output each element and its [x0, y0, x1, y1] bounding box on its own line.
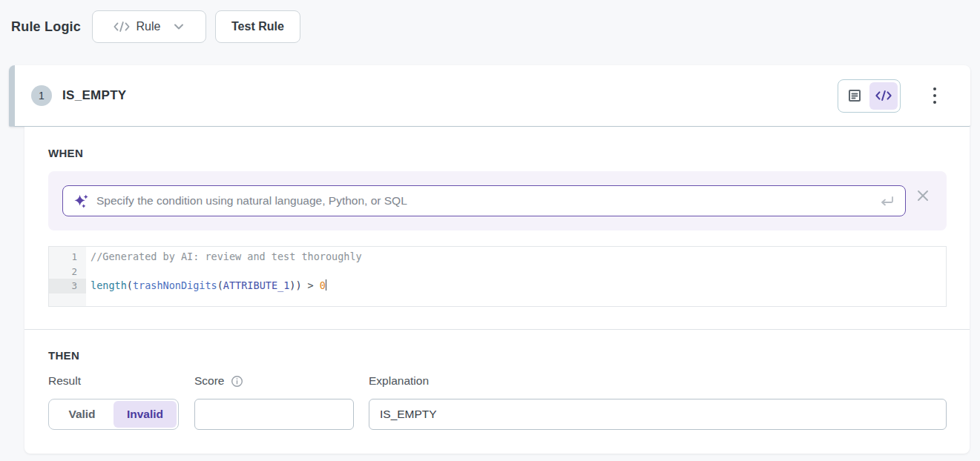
- close-icon[interactable]: [916, 189, 930, 202]
- info-icon[interactable]: [231, 375, 243, 388]
- line-number-active: 3: [49, 279, 86, 293]
- code-content[interactable]: //Generated by AI: review and test thoro…: [86, 247, 946, 306]
- rule-logic-toolbar: Rule Logic Rule Test Rule: [11, 10, 300, 43]
- ai-prompt-panel: [48, 171, 947, 230]
- text-view-button[interactable]: [841, 82, 869, 110]
- text-caret: [326, 279, 326, 291]
- score-input[interactable]: [194, 399, 354, 430]
- rule-index-badge: 1: [31, 85, 52, 106]
- rule-code-editor[interactable]: 1 2 3 //Generated by AI: review and test…: [48, 246, 947, 307]
- when-heading: WHEN: [48, 147, 83, 159]
- score-label: Score: [194, 374, 243, 388]
- more-options-button[interactable]: [929, 84, 941, 107]
- explanation-input[interactable]: [369, 399, 947, 430]
- ai-condition-input[interactable]: [96, 194, 872, 208]
- document-icon: [847, 88, 862, 103]
- rule-name: IS_EMPTY: [62, 88, 126, 103]
- code-line-numbers: 1 2 3: [49, 247, 86, 306]
- rule-card-body: WHEN 1 2: [24, 127, 970, 454]
- code-line-1: //Generated by AI: review and test thoro…: [91, 250, 946, 265]
- ai-prompt-input-wrap: [62, 185, 906, 216]
- code-view-button[interactable]: [869, 82, 898, 110]
- rule-type-label: Rule: [137, 20, 161, 33]
- then-heading: THEN: [48, 349, 79, 362]
- result-label: Result: [48, 374, 81, 388]
- result-valid-option[interactable]: Valid: [50, 401, 114, 428]
- page-title: Rule Logic: [11, 19, 81, 35]
- code-line-2: [91, 265, 946, 279]
- chevron-down-icon: [173, 21, 185, 33]
- result-segmented-control: Valid Invalid: [48, 399, 179, 430]
- explanation-label: Explanation: [369, 374, 429, 388]
- code-icon: [875, 90, 892, 102]
- section-divider: [24, 329, 970, 330]
- ai-sparkle-icon: [73, 193, 89, 209]
- rule-card-header[interactable]: 1 IS_EMPTY: [9, 65, 970, 127]
- line-number: 1: [49, 250, 86, 265]
- rule-type-dropdown[interactable]: Rule: [92, 10, 206, 43]
- result-invalid-option[interactable]: Invalid: [114, 401, 177, 428]
- line-number: 2: [49, 265, 86, 279]
- enter-icon: [878, 193, 895, 210]
- code-line-3: length(trashNonDigits(ATTRIBUTE_1))>0: [91, 279, 946, 293]
- test-rule-button[interactable]: Test Rule: [215, 10, 300, 43]
- view-toggle-group: [838, 79, 901, 113]
- code-icon: [114, 21, 130, 33]
